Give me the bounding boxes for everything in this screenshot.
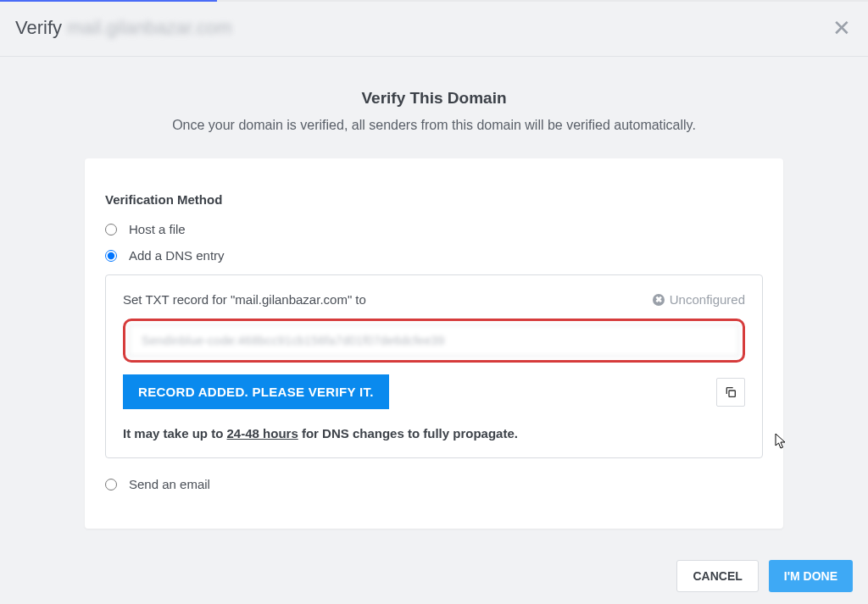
propagation-prefix: It may take up to xyxy=(123,426,227,441)
status-badge: ✖ Unconfigured xyxy=(653,292,745,307)
radio-send-email-label[interactable]: Send an email xyxy=(129,477,210,491)
radio-host-file-label[interactable]: Host a file xyxy=(129,222,186,236)
close-icon[interactable]: ✕ xyxy=(832,17,851,39)
radio-host-file[interactable] xyxy=(105,224,117,236)
svg-rect-0 xyxy=(729,391,735,396)
title-domain: mail.gilanbazar.com xyxy=(67,17,231,38)
page-subtitle: Once your domain is verified, all sender… xyxy=(0,118,868,133)
verify-record-button[interactable]: RECORD ADDED. PLEASE VERIFY IT. xyxy=(123,374,389,409)
dns-instruction: Set TXT record for "mail.gilanbazar.com"… xyxy=(123,292,366,307)
txt-record-highlight: Sendinblue-code:468bcc91cb156fa7d01f07de… xyxy=(123,319,745,363)
copy-icon xyxy=(724,385,737,399)
radio-dns-entry[interactable] xyxy=(105,250,117,262)
radio-send-email-row[interactable]: Send an email xyxy=(105,477,763,491)
modal-header: Verify mail.gilanbazar.com ✕ xyxy=(0,2,868,57)
status-label: Unconfigured xyxy=(670,292,745,307)
txt-record-value[interactable]: Sendinblue-code:468bcc91cb156fa7d01f07de… xyxy=(129,324,739,357)
dns-action-row: RECORD ADDED. PLEASE VERIFY IT. xyxy=(123,374,745,409)
radio-send-email[interactable] xyxy=(105,479,117,490)
radio-host-file-row[interactable]: Host a file xyxy=(105,222,763,236)
done-button[interactable]: I'M DONE xyxy=(769,560,853,592)
modal-title: Verify mail.gilanbazar.com xyxy=(15,17,232,39)
verification-card: Verification Method Host a file Add a DN… xyxy=(85,158,783,529)
propagation-suffix: for DNS changes to fully propagate. xyxy=(298,426,518,441)
dns-top-row: Set TXT record for "mail.gilanbazar.com"… xyxy=(123,292,745,307)
radio-dns-entry-label[interactable]: Add a DNS entry xyxy=(129,248,225,263)
propagation-note: It may take up to 24-48 hours for DNS ch… xyxy=(123,426,745,441)
copy-button[interactable] xyxy=(716,378,745,407)
content-heading: Verify This Domain Once your domain is v… xyxy=(0,57,868,133)
page-title: Verify This Domain xyxy=(0,89,868,108)
title-prefix: Verify xyxy=(15,17,62,38)
radio-dns-entry-row[interactable]: Add a DNS entry xyxy=(105,248,763,263)
unconfigured-icon: ✖ xyxy=(653,294,665,306)
cancel-button[interactable]: CANCEL xyxy=(676,560,758,592)
modal-footer: CANCEL I'M DONE xyxy=(676,560,853,592)
dns-config-box: Set TXT record for "mail.gilanbazar.com"… xyxy=(105,274,763,458)
propagation-hours: 24-48 hours xyxy=(227,426,298,441)
verification-method-label: Verification Method xyxy=(105,192,763,207)
